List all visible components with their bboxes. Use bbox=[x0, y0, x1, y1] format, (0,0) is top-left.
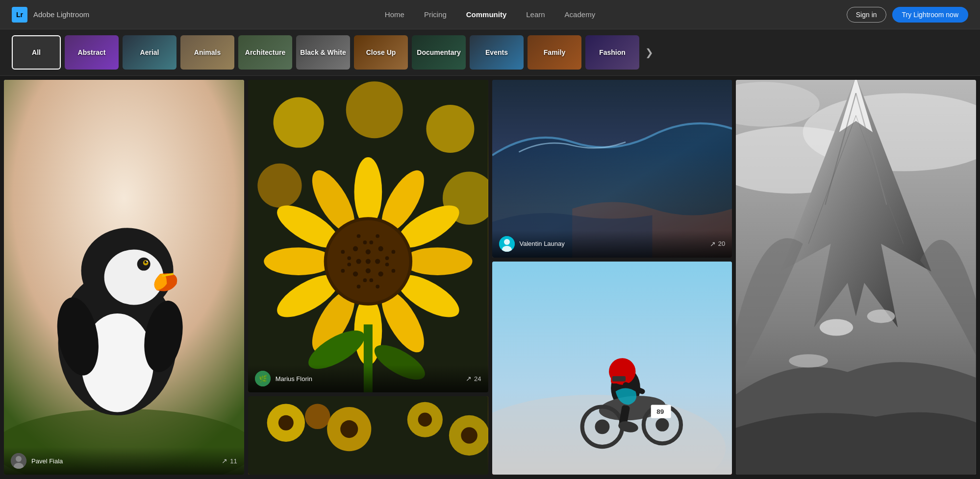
puffin-user-info: Pavel Fiala bbox=[11, 453, 63, 469]
svg-point-51 bbox=[369, 240, 373, 244]
svg-point-39 bbox=[365, 268, 370, 273]
nav-academy[interactable]: Academy bbox=[565, 10, 596, 19]
photo-card-sunflower[interactable]: 🌿 Marius Florin ↗ 24 bbox=[248, 80, 488, 392]
cat-closeup[interactable]: Close Up bbox=[354, 35, 408, 70]
header-right: Sign in Try Lightroom now bbox=[847, 7, 968, 23]
mountain-image bbox=[736, 80, 976, 475]
photo-card-puffin[interactable]: Pavel Fiala ↗ 11 bbox=[4, 80, 244, 475]
svg-point-45 bbox=[385, 263, 389, 266]
svg-point-18 bbox=[346, 81, 403, 138]
cat-closeup-label: Close Up bbox=[366, 48, 396, 56]
svg-point-78 bbox=[504, 239, 510, 245]
wave-share-count: 20 bbox=[718, 240, 725, 247]
cat-architecture[interactable]: Architecture bbox=[238, 35, 292, 70]
share-icon-wave: ↗ bbox=[710, 240, 716, 248]
svg-point-106 bbox=[789, 354, 828, 367]
nav-learn[interactable]: Learn bbox=[526, 10, 545, 19]
svg-point-43 bbox=[378, 246, 383, 251]
cat-family[interactable]: Family bbox=[528, 35, 581, 70]
header: Lr Adobe Lightroom Home Pricing Communit… bbox=[0, 0, 980, 29]
photo-card-sunflower2[interactable] bbox=[248, 396, 488, 475]
cat-aerial-label: Aerial bbox=[140, 48, 159, 56]
svg-point-22 bbox=[354, 157, 382, 227]
svg-point-53 bbox=[391, 269, 395, 273]
app-title: Adobe Lightroom bbox=[33, 10, 89, 19]
svg-point-37 bbox=[375, 259, 380, 263]
puffin-shares: ↗ 11 bbox=[222, 457, 237, 465]
sunflower-shares: ↗ 24 bbox=[466, 375, 481, 383]
svg-point-60 bbox=[356, 234, 360, 238]
svg-point-20 bbox=[257, 164, 302, 208]
svg-point-44 bbox=[353, 246, 358, 251]
cat-animals[interactable]: Animals bbox=[180, 35, 234, 70]
cat-events-label: Events bbox=[485, 48, 508, 56]
svg-point-72 bbox=[278, 415, 294, 431]
svg-point-74 bbox=[418, 413, 431, 427]
cat-documentary-label: Documentary bbox=[417, 48, 460, 56]
photo-col-4 bbox=[736, 80, 976, 475]
svg-point-75 bbox=[461, 427, 477, 444]
svg-point-71 bbox=[305, 404, 330, 430]
sunflower-user-info: 🌿 Marius Florin bbox=[255, 371, 312, 386]
puffin-share-count: 11 bbox=[230, 457, 237, 465]
svg-point-55 bbox=[391, 250, 395, 254]
puffin-username: Pavel Fiala bbox=[31, 457, 63, 465]
category-scroll-right[interactable]: ❯ bbox=[645, 47, 653, 58]
svg-point-31 bbox=[264, 247, 333, 275]
lr-logo: Lr bbox=[12, 7, 27, 23]
svg-point-105 bbox=[867, 310, 895, 323]
puffin-overlay: Pavel Fiala ↗ 11 bbox=[4, 447, 244, 475]
cat-animals-label: Animals bbox=[194, 48, 221, 56]
cat-bw[interactable]: Black & White bbox=[296, 35, 350, 70]
cat-documentary[interactable]: Documentary bbox=[412, 35, 466, 70]
svg-point-17 bbox=[273, 97, 324, 147]
svg-point-59 bbox=[376, 234, 379, 238]
svg-point-5 bbox=[104, 250, 164, 305]
wave-user-info: Valentin Launay bbox=[499, 236, 565, 252]
svg-point-52 bbox=[363, 240, 367, 244]
wave-shares: ↗ 20 bbox=[710, 240, 725, 248]
cat-aerial[interactable]: Aerial bbox=[123, 35, 176, 70]
puffin-image bbox=[4, 80, 244, 475]
nav-pricing[interactable]: Pricing bbox=[424, 10, 447, 19]
cat-abstract[interactable]: Abstract bbox=[65, 35, 119, 70]
share-icon-sunflower: ↗ bbox=[466, 375, 472, 383]
avatar-marius: 🌿 bbox=[255, 371, 271, 386]
cat-all[interactable]: All bbox=[12, 35, 61, 70]
nav-community[interactable]: Community bbox=[466, 10, 507, 19]
svg-point-42 bbox=[353, 271, 358, 276]
svg-point-38 bbox=[356, 259, 361, 263]
svg-point-46 bbox=[347, 263, 351, 266]
svg-point-40 bbox=[365, 249, 370, 254]
svg-point-41 bbox=[378, 271, 383, 276]
avatar-valentin bbox=[499, 236, 515, 252]
sunflower-username: Marius Florin bbox=[276, 375, 312, 383]
header-nav: Home Pricing Community Learn Academy bbox=[385, 10, 595, 19]
photo-card-motocross[interactable]: 89 bbox=[492, 262, 732, 475]
photo-card-mountain[interactable] bbox=[736, 80, 976, 475]
svg-point-57 bbox=[376, 285, 379, 288]
svg-text:89: 89 bbox=[656, 408, 664, 415]
svg-point-25 bbox=[403, 247, 473, 275]
sunflower-image bbox=[248, 80, 488, 392]
try-button[interactable]: Try Lightroom now bbox=[892, 7, 968, 23]
svg-point-91 bbox=[595, 419, 609, 434]
cat-bw-label: Black & White bbox=[300, 48, 346, 56]
cat-fashion[interactable]: Fashion bbox=[585, 35, 639, 70]
svg-point-48 bbox=[347, 256, 351, 260]
svg-text:🌿: 🌿 bbox=[258, 375, 267, 383]
motocross-image: 89 bbox=[492, 262, 732, 475]
cat-abstract-label: Abstract bbox=[78, 48, 106, 56]
svg-point-47 bbox=[385, 256, 389, 260]
avatar-pavel bbox=[11, 453, 26, 469]
svg-point-54 bbox=[341, 269, 345, 273]
cat-events[interactable]: Events bbox=[470, 35, 524, 70]
photo-grid: Pavel Fiala ↗ 11 bbox=[0, 76, 980, 479]
svg-point-56 bbox=[341, 250, 345, 254]
photo-card-wave[interactable]: Valentin Launay ↗ 20 bbox=[492, 80, 732, 258]
svg-point-36 bbox=[365, 259, 370, 263]
nav-home[interactable]: Home bbox=[385, 10, 404, 19]
signin-button[interactable]: Sign in bbox=[847, 7, 886, 23]
svg-rect-85 bbox=[612, 376, 625, 382]
svg-point-19 bbox=[426, 105, 474, 153]
